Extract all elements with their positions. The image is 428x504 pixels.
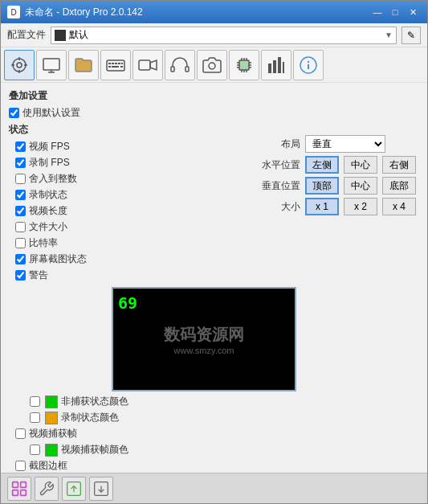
round-int-checkbox[interactable] [15, 174, 26, 184]
use-default-checkbox[interactable] [9, 108, 19, 118]
bars-button[interactable] [261, 50, 291, 80]
file-size-item: 文件大小 [15, 220, 419, 234]
display-icon [42, 55, 61, 75]
record-color-box[interactable] [45, 412, 58, 424]
folder-icon [74, 55, 93, 75]
config-value: 默认 [69, 28, 88, 42]
config-pencil-button[interactable]: ✎ [402, 27, 421, 44]
non-capture-color-checkbox[interactable] [30, 396, 40, 407]
status-section: 状态 视频 FPS 录制 FPS 舍入到整数 [9, 123, 419, 473]
bottom-wrench-icon [39, 481, 55, 497]
svg-rect-21 [185, 67, 189, 72]
layout-select[interactable]: 垂直 水平 [305, 135, 385, 153]
h-pos-row: 水平位置 左侧 中心 右侧 [256, 156, 416, 174]
camera-icon [202, 55, 222, 75]
headphones-icon [170, 55, 190, 75]
svg-rect-10 [108, 63, 111, 64]
video-capture-color-box[interactable] [45, 444, 58, 457]
use-default-label[interactable]: 使用默认设置 [22, 106, 80, 120]
h-pos-left-button[interactable]: 左侧 [305, 156, 339, 174]
bottom-settings-icon [11, 481, 27, 497]
record-color-item: 录制状态颜色 [30, 411, 419, 424]
screenshot-status-label: 屏幕截图状态 [29, 252, 87, 266]
video-capture-frame-checkbox[interactable] [15, 428, 26, 439]
minimize-button[interactable]: — [369, 5, 385, 19]
video-capture-frame-item: 视频捕获帧 [15, 427, 419, 440]
non-capture-color-box[interactable] [45, 395, 58, 408]
audio-button[interactable] [165, 50, 195, 80]
folder-button[interactable] [68, 50, 99, 80]
v-pos-center-button[interactable]: 中心 [344, 177, 377, 195]
video-button[interactable] [132, 50, 163, 80]
svg-rect-17 [120, 66, 123, 68]
maximize-button[interactable]: □ [387, 5, 403, 19]
video-capture-color-label: 视频捕获帧颜色 [61, 443, 128, 457]
chip-button[interactable] [229, 50, 259, 80]
use-default-item: 使用默认设置 [9, 106, 419, 120]
fps-record-checkbox[interactable] [15, 158, 26, 168]
display-button[interactable] [36, 50, 67, 80]
video-length-item: 视频长度 [15, 204, 256, 218]
chip-icon [234, 55, 254, 75]
record-status-label: 录制状态 [29, 188, 67, 202]
file-size-label: 文件大小 [29, 220, 67, 234]
close-button[interactable]: ✕ [405, 5, 421, 19]
size-x4-button[interactable]: x 4 [382, 198, 416, 215]
svg-rect-37 [273, 60, 276, 73]
crosshair-button[interactable] [4, 50, 35, 80]
svg-point-42 [308, 60, 309, 62]
camera-button[interactable] [197, 50, 227, 80]
v-pos-label: 垂直位置 [256, 179, 300, 193]
size-x1-button[interactable]: x 1 [305, 198, 339, 215]
video-capture-color-checkbox[interactable] [30, 445, 40, 455]
keyboard-button[interactable] [100, 50, 131, 80]
svg-rect-11 [112, 63, 114, 64]
preview-watermark-line2: www.smzy.com [164, 346, 244, 355]
bottom-import-button[interactable] [89, 477, 113, 501]
svg-point-0 [13, 59, 26, 72]
bottom-settings-button[interactable] [7, 477, 31, 501]
bars-icon [267, 55, 286, 75]
screenshot-border-checkbox[interactable] [15, 461, 26, 471]
warning-checkbox[interactable] [15, 270, 26, 281]
file-size-checkbox[interactable] [15, 222, 26, 232]
bottom-wrench-button[interactable] [35, 477, 59, 501]
preview-watermark-line1: 数码资源网 [164, 324, 244, 346]
info-button[interactable] [293, 50, 324, 80]
video-length-checkbox[interactable] [15, 206, 26, 216]
size-x2-button[interactable]: x 2 [344, 198, 377, 215]
config-select-wrapper: 默认 ▼ [51, 27, 397, 44]
info-icon [299, 55, 318, 75]
svg-point-22 [209, 63, 215, 69]
svg-rect-15 [108, 66, 111, 68]
h-pos-right-button[interactable]: 右侧 [382, 156, 416, 174]
h-pos-center-button[interactable]: 中心 [344, 156, 377, 174]
bitrate-checkbox[interactable] [15, 238, 26, 248]
screenshot-border-item: 截图边框 [15, 459, 419, 473]
title-bar: D 未命名 - Dxtory Pro 2.0.142 — □ ✕ [1, 1, 427, 23]
svg-rect-14 [121, 63, 123, 64]
screenshot-status-checkbox[interactable] [15, 254, 26, 264]
main-content: 叠加设置 使用默认设置 状态 视频 FPS 录制 FPS [1, 83, 427, 473]
layout-label: 布局 [256, 137, 300, 151]
config-label: 配置文件 [7, 28, 46, 42]
fps-record-label: 录制 FPS [29, 156, 70, 170]
v-pos-row: 垂直位置 顶部 中心 底部 [256, 177, 416, 195]
bitrate-label: 比特率 [29, 236, 58, 250]
status-items: 视频 FPS 录制 FPS 舍入到整数 布局 [15, 140, 419, 473]
bottom-export-button[interactable] [62, 477, 86, 501]
record-status-checkbox[interactable] [15, 190, 26, 200]
svg-rect-44 [21, 481, 26, 487]
v-pos-top-button[interactable]: 顶部 [305, 177, 339, 195]
video-length-label: 视频长度 [29, 204, 67, 218]
svg-point-1 [17, 63, 22, 68]
svg-rect-46 [21, 490, 26, 495]
title-controls: — □ ✕ [369, 5, 421, 19]
config-select[interactable]: 默认 ▼ [51, 27, 397, 44]
v-pos-bottom-button[interactable]: 底部 [382, 177, 416, 195]
config-bar: 配置文件 默认 ▼ ✎ [1, 23, 427, 47]
crosshair-icon [10, 55, 29, 75]
record-color-checkbox[interactable] [30, 412, 40, 423]
window-title: 未命名 - Dxtory Pro 2.0.142 [25, 6, 143, 19]
fps-video-checkbox[interactable] [15, 141, 26, 152]
